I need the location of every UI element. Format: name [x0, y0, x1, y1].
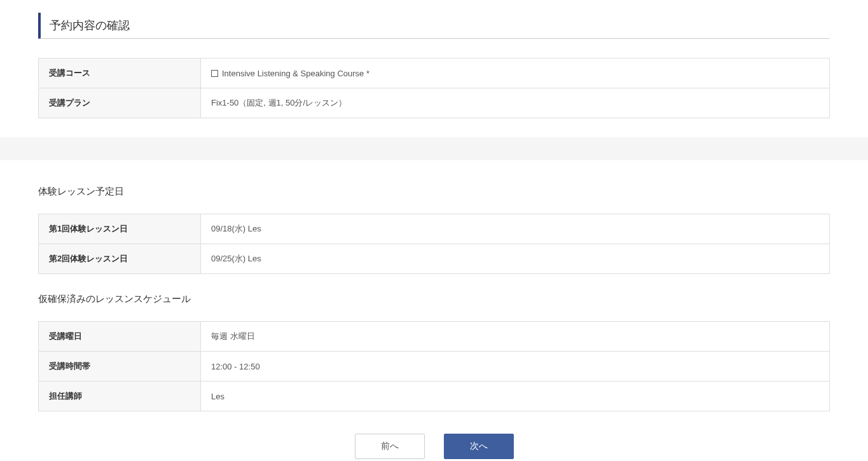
timeslot-value: 12:00 - 12:50	[201, 352, 830, 382]
course-label: 受講コース	[39, 58, 201, 88]
table-row: 第2回体験レッスン日 09/25(水) Les	[39, 244, 830, 274]
trial1-value: 09/18(水) Les	[201, 214, 830, 244]
table-row: 第1回体験レッスン日 09/18(水) Les	[39, 214, 830, 244]
teacher-value: Les	[201, 382, 830, 411]
square-icon	[211, 70, 218, 77]
button-row: 前へ 次へ	[38, 434, 830, 461]
trial2-label: 第2回体験レッスン日	[39, 244, 201, 274]
course-value-text: Intensive Listening & Speaking Course *	[222, 69, 369, 78]
table-row: 担任講師 Les	[39, 382, 830, 411]
trial2-value: 09/25(水) Les	[201, 244, 830, 274]
weekday-label: 受講曜日	[39, 322, 201, 352]
table-row: 受講コース Intensive Listening & Speaking Cou…	[39, 58, 830, 88]
weekday-value: 毎週 水曜日	[201, 322, 830, 352]
table-row: 受講時間帯 12:00 - 12:50	[39, 352, 830, 382]
trial-section-heading: 体験レッスン予定日	[38, 186, 830, 198]
schedule-table: 受講曜日 毎週 水曜日 受講時間帯 12:00 - 12:50 担任講師 Les	[38, 321, 830, 411]
trial1-label: 第1回体験レッスン日	[39, 214, 201, 244]
table-row: 受講曜日 毎週 水曜日	[39, 322, 830, 352]
schedule-section-heading: 仮確保済みのレッスンスケジュール	[38, 293, 830, 305]
section-divider	[0, 137, 868, 160]
plan-label: 受講プラン	[39, 88, 201, 118]
course-info-table: 受講コース Intensive Listening & Speaking Cou…	[38, 58, 830, 118]
timeslot-label: 受講時間帯	[39, 352, 201, 382]
teacher-label: 担任講師	[39, 382, 201, 411]
table-row: 受講プラン Fix1-50（固定, 週1, 50分/レッスン）	[39, 88, 830, 118]
trial-lessons-table: 第1回体験レッスン日 09/18(水) Les 第2回体験レッスン日 09/25…	[38, 214, 830, 274]
prev-button[interactable]: 前へ	[355, 434, 425, 459]
next-button[interactable]: 次へ	[444, 434, 514, 459]
page-title: 予約内容の確認	[38, 13, 830, 39]
course-value: Intensive Listening & Speaking Course *	[201, 58, 830, 88]
plan-value: Fix1-50（固定, 週1, 50分/レッスン）	[201, 88, 830, 118]
